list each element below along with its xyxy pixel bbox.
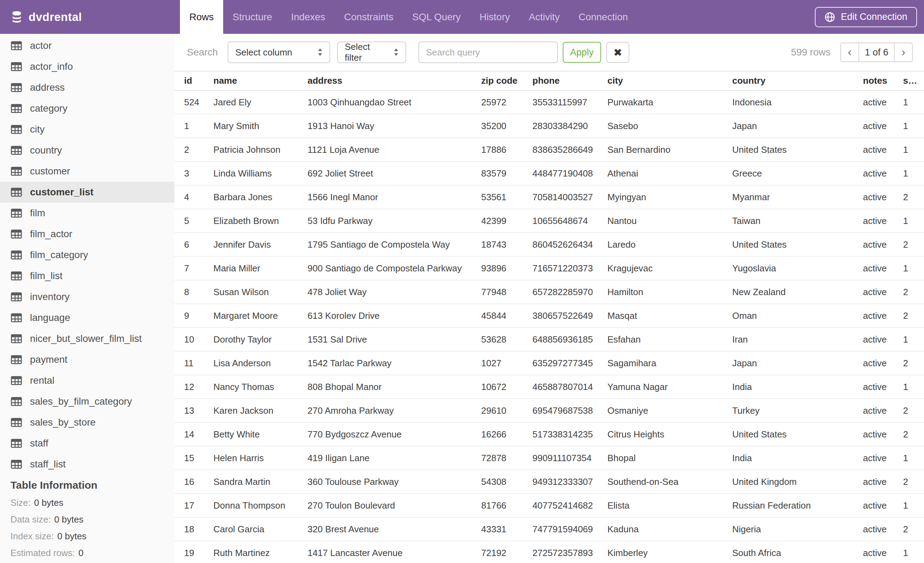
cell-city: Nantou (608, 216, 732, 227)
sidebar-item-category[interactable]: category (0, 98, 174, 119)
edit-connection-label: Edit Connection (841, 12, 907, 23)
column-header-city[interactable]: city (608, 75, 732, 86)
sidebar-item-label: sales_by_store (30, 417, 96, 428)
cell-zip-code: 54308 (481, 476, 532, 487)
tab-connection[interactable]: Connection (569, 0, 638, 34)
table-row[interactable]: 3Linda Williams692 Joliet Street83579448… (174, 162, 924, 186)
table-row[interactable]: 19Ruth Martinez1417 Lancaster Avenue7219… (174, 541, 924, 563)
column-header-name[interactable]: name (213, 75, 308, 86)
edit-connection-button[interactable]: Edit Connection (815, 7, 917, 27)
sidebar-item-film[interactable]: film (0, 203, 174, 224)
table-row[interactable]: 12Nancy Thomas808 Bhopal Manor1067246588… (174, 375, 924, 399)
cell-notes: active (863, 500, 903, 511)
table-row[interactable]: 11Lisa Anderson1542 Tarlac Parkway102763… (174, 351, 924, 375)
table-row[interactable]: 2Patricia Johnson1121 Loja Avenue1788683… (174, 138, 924, 162)
sidebar-item-actor-info[interactable]: actor_info (0, 56, 174, 77)
table-row[interactable]: 6Jennifer Davis1795 Santiago de Composte… (174, 233, 924, 257)
column-header-notes[interactable]: notes (863, 75, 903, 86)
tab-sql-query[interactable]: SQL Query (403, 0, 470, 34)
cell-name: Betty White (213, 429, 308, 440)
apply-button[interactable]: Apply (563, 42, 601, 63)
table-row[interactable]: 18Carol Garcia320 Brest Avenue4333174779… (174, 518, 924, 541)
table-row[interactable]: 14Betty White770 Bydgoszcz Avenue1626651… (174, 423, 924, 446)
filter-select[interactable]: Select filter (337, 42, 406, 63)
sidebar-item-nicer-but-slower-film-list[interactable]: nicer_but_slower_film_list (0, 328, 174, 349)
column-header-sid[interactable]: sid (903, 75, 917, 86)
column-header-address[interactable]: address (308, 75, 481, 86)
sidebar-item-payment[interactable]: payment (0, 349, 174, 370)
sidebar-item-customer-list[interactable]: customer_list (0, 182, 174, 203)
sidebar-item-customer[interactable]: customer (0, 161, 174, 182)
prev-page-button[interactable]: ‹ (841, 43, 858, 62)
cell-zip-code: 43331 (481, 524, 532, 535)
sidebar-item-rental[interactable]: rental (0, 370, 174, 391)
sidebar-item-sales-by-film-category[interactable]: sales_by_film_category (0, 391, 174, 412)
table-row[interactable]: 7Maria Miller900 Santiago de Compostela … (174, 257, 924, 281)
table-icon (10, 40, 22, 52)
cell-sid: 2 (903, 287, 917, 297)
table-row[interactable]: 10Dorothy Taylor1531 Sal Drive5362864885… (174, 328, 924, 351)
cell-address: 1531 Sal Drive (308, 334, 481, 345)
table-row[interactable]: 15Helen Harris419 Iligan Lane72878990911… (174, 446, 924, 470)
cell-phone: 380657522649 (532, 311, 608, 321)
tab-rows[interactable]: Rows (180, 0, 223, 34)
sidebar-item-film-actor[interactable]: film_actor (0, 224, 174, 245)
cell-city: Yamuna Nagar (608, 381, 732, 392)
column-select[interactable]: Select column (228, 42, 330, 63)
tab-activity[interactable]: Activity (519, 0, 569, 34)
column-header-country[interactable]: country (732, 75, 863, 86)
cell-country: Japan (732, 121, 863, 132)
cell-id: 1 (184, 121, 213, 132)
cell-country: Oman (732, 311, 863, 321)
info-row-size-: Size:0 bytes (10, 494, 174, 511)
clear-search-button[interactable]: ✖ (606, 42, 629, 63)
column-header-id[interactable]: id (184, 75, 213, 86)
table-row[interactable]: 4Barbara Jones1566 Inegl Manor5356170581… (174, 186, 924, 209)
sidebar-item-actor[interactable]: actor (0, 35, 174, 56)
table-row[interactable]: 16Sandra Martin360 Toulouse Parkway54308… (174, 470, 924, 494)
table-row[interactable]: 8Susan Wilson478 Joliet Way7794865728228… (174, 281, 924, 304)
table-icon (10, 354, 22, 366)
cell-notes: active (863, 381, 903, 392)
column-header-phone[interactable]: phone (532, 75, 608, 86)
column-select-value: Select column (236, 47, 292, 58)
info-row-data-size-: Data size:0 bytes (10, 511, 174, 528)
sidebar-item-inventory[interactable]: inventory (0, 287, 174, 307)
sidebar-item-sales-by-store[interactable]: sales_by_store (0, 412, 174, 433)
info-row-index-size-: Index size:0 bytes (10, 528, 174, 545)
sidebar-item-address[interactable]: address (0, 77, 174, 98)
tab-bar: RowsStructureIndexesConstraintsSQL Query… (180, 0, 815, 34)
cell-notes: active (863, 121, 903, 132)
table-row[interactable]: 9Margaret Moore613 Korolev Drive45844380… (174, 304, 924, 328)
tab-history[interactable]: History (470, 0, 519, 34)
sidebar-item-language[interactable]: language (0, 307, 174, 328)
sidebar-item-staff-list[interactable]: staff_list (0, 454, 174, 475)
table-row[interactable]: 1Mary Smith1913 Hanoi Way352002830338429… (174, 114, 924, 138)
tab-indexes[interactable]: Indexes (282, 0, 335, 34)
table-row[interactable]: 13Karen Jackson270 Amroha Parkway2961069… (174, 399, 924, 423)
tab-constraints[interactable]: Constraints (335, 0, 403, 34)
cell-id: 10 (184, 334, 213, 345)
sidebar-item-film-category[interactable]: film_category (0, 245, 174, 266)
table-row[interactable]: 5Elizabeth Brown53 Idfu Parkway423991065… (174, 209, 924, 233)
sidebar-item-film-list[interactable]: film_list (0, 266, 174, 287)
database-icon (10, 10, 23, 24)
next-page-button[interactable]: › (895, 43, 912, 62)
table-row[interactable]: 17Donna Thompson270 Toulon Boulevard8176… (174, 494, 924, 518)
cell-country: Russian Federation (732, 500, 863, 511)
tab-structure[interactable]: Structure (223, 0, 282, 34)
cell-name: Patricia Johnson (213, 144, 308, 155)
sidebar-item-country[interactable]: country (0, 140, 174, 161)
table-row[interactable]: 524Jared Ely1003 Qinhuangdao Street25972… (174, 91, 924, 114)
cell-sid: 1 (903, 334, 917, 345)
cell-notes: active (863, 334, 903, 345)
search-query-input[interactable] (418, 42, 558, 63)
cell-name: Linda Williams (213, 168, 308, 179)
column-header-zip-code[interactable]: zip code (481, 75, 532, 86)
cell-phone: 838635286649 (532, 144, 608, 155)
cell-id: 7 (184, 263, 213, 274)
sidebar-item-city[interactable]: city (0, 119, 174, 140)
search-toolbar: Search Select column Select filter Apply… (174, 34, 924, 71)
cell-zip-code: 93896 (481, 263, 532, 274)
sidebar-item-staff[interactable]: staff (0, 433, 174, 454)
